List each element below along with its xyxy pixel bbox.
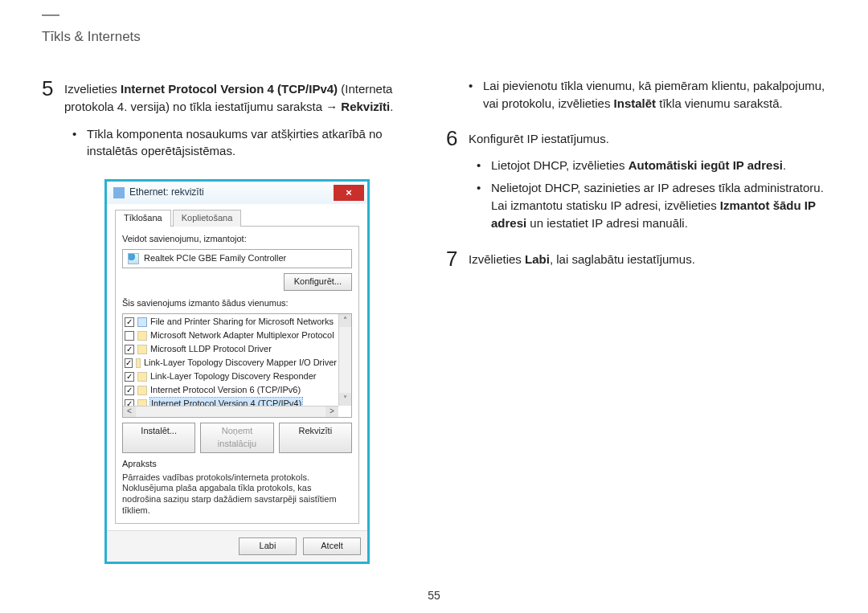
left-column: 5 Izvelieties Internet Protocol Version …	[42, 77, 422, 564]
step5-bold-1: Internet Protocol Version 4 (TCP/IPv4)	[121, 82, 338, 96]
right-column: • Lai pievienotu tīkla vienumu, kā piemē…	[446, 77, 826, 564]
step5-bold-2: Rekvizīti	[341, 100, 390, 113]
list-item-label: File and Printer Sharing for Microsoft N…	[150, 316, 334, 329]
protocol-icon	[137, 345, 147, 354]
scroll-right-icon[interactable]: >	[326, 407, 338, 417]
step6-b1-a: Lietojot DHCP, izvēlieties	[491, 158, 628, 172]
list-item[interactable]: Microsoft Network Adapter Multiplexor Pr…	[125, 329, 337, 343]
list-item-label: Microsoft Network Adapter Multiplexor Pr…	[150, 329, 334, 342]
checkbox[interactable]: ✓	[125, 358, 133, 368]
list-item-label: Internet Protocol Version 6 (TCP/IPv6)	[150, 384, 301, 397]
step-7: 7 Izvēlieties Labi, lai saglabātu iestat…	[446, 247, 826, 271]
bullet-dot: •	[477, 179, 491, 231]
items-listbox[interactable]: ✓File and Printer Sharing for Microsoft …	[122, 313, 352, 418]
description-label: Apraksts	[122, 458, 352, 471]
close-button[interactable]: ×	[334, 185, 364, 201]
right-top-bullet-b: tīkla vienumu sarakstā.	[656, 96, 783, 110]
right-top-bullet-bold: Instalēt	[614, 96, 657, 110]
step-6: 6 Konfigurēt IP iestatījumus. • Lietojot…	[446, 127, 826, 237]
network-service-icon	[137, 317, 147, 327]
adapter-name: Realtek PCIe GBE Family Controller	[144, 252, 286, 265]
list-item-label: Link-Layer Topology Discovery Mapper I/O…	[144, 357, 337, 370]
bullet-dot: •	[72, 125, 87, 161]
list-item-label: Link-Layer Topology Discovery Responder	[150, 370, 316, 383]
adapter-box[interactable]: Realtek PCIe GBE Family Controller	[122, 249, 352, 268]
step-number-7: 7	[446, 247, 469, 271]
scroll-up-icon[interactable]: ˄	[339, 314, 351, 327]
list-item-label: Internet Protocol Version 4 (TCP/IPv4)	[150, 398, 302, 405]
protocol-icon	[137, 399, 147, 406]
dialog-title-icon	[113, 187, 125, 198]
scroll-down-icon[interactable]: ˅	[339, 393, 351, 406]
list-item[interactable]: ✓Internet Protocol Version 4 (TCP/IPv4)	[125, 398, 337, 406]
checkbox[interactable]: ✓	[125, 372, 134, 382]
bullet-dot: •	[469, 77, 483, 112]
step5-text-a: Izvelieties	[64, 82, 121, 96]
description-text: Pārraides vadības protokols/interneta pr…	[122, 472, 352, 517]
header-rule	[42, 14, 59, 16]
step7-a: Izvēlieties	[469, 252, 525, 266]
protocol-icon	[137, 331, 147, 341]
list-item[interactable]: ✓Microsoft LLDP Protocol Driver	[125, 343, 337, 357]
checkbox[interactable]: ✓	[125, 317, 134, 327]
step6-b1-b: .	[783, 158, 786, 172]
configure-button[interactable]: Konfigurēt...	[284, 273, 352, 291]
checkbox[interactable]: ✓	[125, 345, 134, 354]
list-item[interactable]: ✓Link-Layer Topology Discovery Responder	[125, 370, 337, 384]
items-label: Šis savienojums izmanto šādus vienumus:	[122, 297, 352, 310]
step7-bold: Labi	[525, 252, 550, 266]
step-5: 5 Izvelieties Internet Protocol Version …	[42, 77, 422, 165]
step-number-5: 5	[42, 77, 64, 100]
vertical-scrollbar[interactable]: ˄ ˅	[338, 314, 351, 406]
step-number-6: 6	[446, 127, 469, 150]
install-button[interactable]: Instalēt...	[122, 423, 195, 453]
step6-b1-bold: Automātiski iegūt IP adresi	[628, 158, 783, 172]
dialog-titlebar[interactable]: Ethernet: rekvizīti ×	[107, 182, 367, 204]
dialog-title: Ethernet: rekvizīti	[129, 186, 334, 199]
tab-networking[interactable]: Tīklošana	[115, 210, 171, 227]
ok-button[interactable]: Labi	[239, 537, 297, 555]
protocol-icon	[137, 386, 147, 395]
step6-b2-b: un iestatiet IP adresi manuāli.	[526, 216, 688, 230]
scroll-left-icon[interactable]: <	[123, 407, 136, 417]
list-item[interactable]: ✓Internet Protocol Version 6 (TCP/IPv6)	[125, 384, 337, 398]
step6-text: Konfigurēt IP iestatījumus.	[469, 132, 609, 145]
tab-sharing[interactable]: Koplietošana	[173, 210, 242, 227]
horizontal-scrollbar[interactable]: < >	[123, 406, 338, 417]
properties-button[interactable]: Rekvizīti	[279, 423, 352, 453]
checkbox[interactable]	[125, 331, 134, 341]
checkbox[interactable]: ✓	[125, 399, 134, 406]
list-item-label: Microsoft LLDP Protocol Driver	[150, 343, 272, 356]
bullet-dot: •	[477, 157, 491, 174]
connect-using-label: Veidot savienojumu, izmantojot:	[122, 233, 352, 246]
checkbox[interactable]: ✓	[125, 386, 134, 395]
page-number: 55	[0, 589, 868, 602]
step7-b: , lai saglabātu iestatījumus.	[550, 252, 695, 266]
uninstall-button: Noņemt instalāciju	[200, 423, 273, 453]
protocol-icon	[136, 358, 141, 368]
list-item[interactable]: ✓Link-Layer Topology Discovery Mapper I/…	[125, 357, 337, 370]
cancel-button[interactable]: Atcelt	[303, 537, 361, 555]
list-item[interactable]: ✓File and Printer Sharing for Microsoft …	[125, 316, 337, 329]
protocol-icon	[137, 372, 147, 382]
adapter-icon	[128, 253, 139, 264]
step5-bullet-1: Tīkla komponenta nosaukums var atšķirtie…	[87, 125, 422, 161]
step5-text-c: .	[390, 100, 393, 113]
section-title: Tīkls & Internets	[42, 29, 826, 45]
ethernet-properties-dialog: Ethernet: rekvizīti × Tīklošana Koplieto…	[104, 179, 370, 564]
